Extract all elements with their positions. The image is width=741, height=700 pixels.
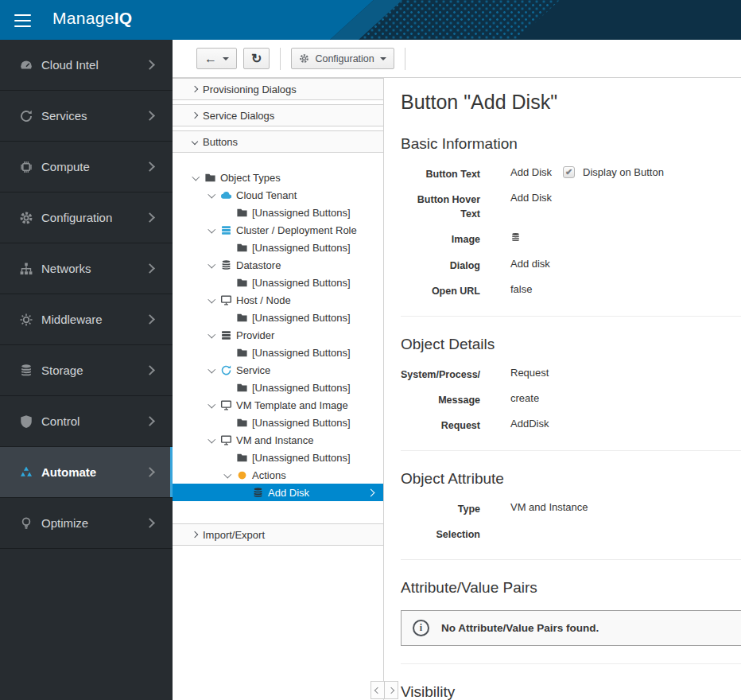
message-label: Message [401,392,480,407]
accordion-buttons[interactable]: Buttons [173,130,383,153]
configuration-dropdown-button[interactable]: Configuration [291,48,394,69]
tree-item-vm-and-instance[interactable]: VM and Instance [173,431,383,449]
folder-icon [236,417,248,429]
sidebar-item-automate[interactable]: Automate [0,447,173,498]
menu-toggle-icon[interactable] [14,10,31,29]
sidebar-item-middleware[interactable]: Middleware [0,294,173,345]
panel-collapse-controls [370,681,398,699]
gear-icon [299,53,309,64]
chevron-down-icon[interactable] [208,225,215,232]
dialog-label: Dialog [401,258,480,273]
chevron-down-icon[interactable] [208,295,215,302]
display-on-button-checkbox[interactable]: ✔ [563,166,575,178]
manageiq-logo[interactable]: ManageIQ [52,9,132,28]
monitor-icon [220,434,232,446]
circle-icon [236,469,248,481]
tree-item-provider[interactable]: Provider [173,326,383,344]
display-on-button-label: Display on Button [583,166,664,178]
image-label: Image [401,231,480,247]
tree-item-unassigned-buttons[interactable]: [Unassigned Buttons] [173,344,383,361]
tree-item-unassigned-buttons[interactable]: [Unassigned Buttons] [173,239,383,256]
section-divider [401,559,741,560]
sidebar-item-services[interactable]: Services [0,91,173,142]
chevron-down-icon[interactable] [208,190,215,197]
dialog-value: Add disk [510,258,550,270]
monitor-icon [220,294,232,306]
collapse-panel-button[interactable] [370,681,385,699]
type-value: VM and Instance [510,501,588,513]
chevron-right-icon [145,365,155,375]
info-alert-message: No Attribute/Value Pairs found. [441,622,599,634]
accordion-service-dialogs[interactable]: Service Dialogs [173,104,383,126]
tree-item-object-types[interactable]: Object Types [173,169,383,186]
accordion-import-export[interactable]: Import/Export [173,523,383,546]
chevron-down-icon[interactable] [208,435,215,442]
chevron-down-icon[interactable] [208,400,215,407]
message-value: create [510,392,539,404]
section-divider [401,663,741,664]
chevron-right-icon [145,314,155,325]
gauge-icon [19,58,33,72]
section-basic-information: Basic Information [401,135,741,153]
sidebar-item-configuration[interactable]: Configuration [0,192,173,243]
folder-icon [236,452,248,464]
chevron-down-icon[interactable] [192,173,199,180]
caret-down-icon [223,57,229,60]
tree-item-vm-template-and-image[interactable]: VM Template and Image [173,396,383,414]
folder-icon [236,277,248,289]
open-url-value: false [510,283,532,295]
tree-item-datastore[interactable]: Datastore [173,256,383,274]
tree-item-unassigned-buttons[interactable]: [Unassigned Buttons] [173,414,383,431]
services-icon [19,109,33,123]
chevron-right-icon [192,86,198,92]
sidebar-item-control[interactable]: Control [0,396,173,447]
tree-item-cloud-tenant[interactable]: Cloud Tenant [173,186,383,204]
main-content: Button "Add Disk" Basic Information Butt… [384,78,741,700]
chevron-right-icon [145,467,155,477]
tree-item-unassigned-buttons[interactable]: [Unassigned Buttons] [173,449,383,466]
sidebar-item-optimize[interactable]: Optimize [0,498,173,549]
chevron-left-icon [374,686,381,693]
history-back-button[interactable]: ← [196,48,237,69]
caret-down-icon [380,57,386,60]
chevron-right-icon [145,518,155,528]
section-visibility: Visibility [401,683,741,700]
monitor-icon [220,399,232,411]
folder-icon [236,242,248,254]
folder-icon [236,382,248,394]
toolbar-separator [280,48,281,70]
request-value: AddDisk [510,418,549,430]
folder-icon [236,312,248,324]
sidebar-item-cloud-intel[interactable]: Cloud Intel [0,40,173,91]
tree-item-unassigned-buttons[interactable]: [Unassigned Buttons] [173,204,383,221]
request-label: Request [401,418,480,433]
refresh-button[interactable]: ↻ [243,48,270,69]
tree-item-host-node[interactable]: Host / Node [173,291,383,309]
tree-item-service[interactable]: Service [173,361,383,379]
chevron-down-icon[interactable] [223,470,231,477]
tree-item-unassigned-buttons[interactable]: [Unassigned Buttons] [173,379,383,396]
tree-item-add-disk-selected[interactable]: Add Disk [173,484,383,501]
masthead: ManageIQ [0,0,741,40]
sidebar-item-storage[interactable]: Storage [0,345,173,396]
recycle-icon [19,465,33,480]
chevron-right-icon [145,60,155,70]
info-alert: i No Attribute/Value Pairs found. [401,610,741,646]
expand-panel-button[interactable] [384,681,398,699]
tree-item-unassigned-buttons[interactable]: [Unassigned Buttons] [173,274,383,291]
tree-item-actions[interactable]: Actions [173,466,383,484]
chevron-down-icon[interactable] [208,365,215,372]
chevron-down-icon[interactable] [208,260,215,267]
chevron-down-icon[interactable] [208,330,215,337]
toolbar: ← ↻ Configuration [173,40,741,78]
chevron-down-icon [192,138,198,145]
section-object-details: Object Details [401,336,741,353]
shield-icon [19,414,33,429]
tree-item-cluster-deployment-role[interactable]: Cluster / Deployment Role [173,221,383,239]
accordion-provisioning-dialogs[interactable]: Provisioning Dialogs [173,78,383,100]
tree-item-unassigned-buttons[interactable]: [Unassigned Buttons] [173,309,383,326]
button-text-label: Button Text [401,166,480,181]
sidebar-item-networks[interactable]: Networks [0,243,173,294]
chevron-right-icon [145,111,155,121]
sidebar-item-compute[interactable]: Compute [0,142,173,192]
